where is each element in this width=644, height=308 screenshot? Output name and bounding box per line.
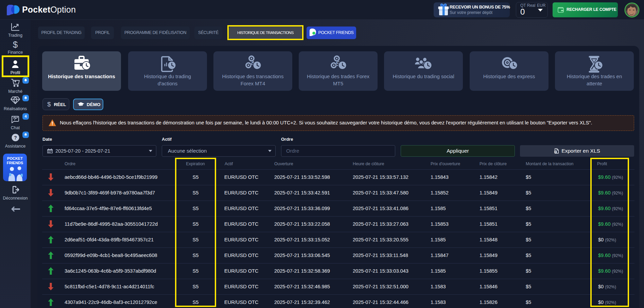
svg-text:?: ? — [14, 135, 17, 140]
